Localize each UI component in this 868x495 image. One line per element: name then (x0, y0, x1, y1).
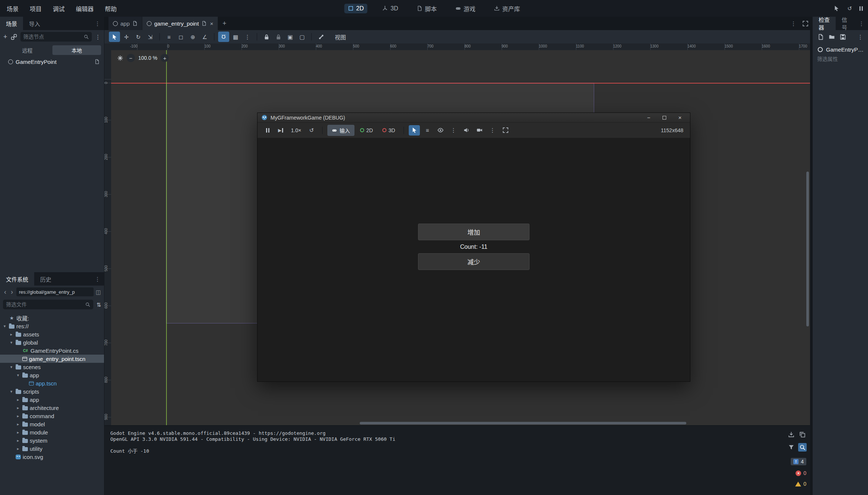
fs-tree-item[interactable]: ▸module (0, 428, 104, 436)
warnings-badge[interactable]: 0 (795, 481, 806, 487)
rotate-tool-icon[interactable]: ↻ (133, 32, 144, 42)
scene-tabs-menu-icon[interactable]: ⋮ (791, 21, 796, 26)
scene-tab-app[interactable]: app (108, 17, 142, 30)
input-mode-button[interactable]: 输入 (327, 125, 354, 136)
scene-dock-options-icon[interactable]: ⋮ (95, 34, 101, 40)
unlock-icon[interactable] (273, 32, 284, 42)
select-tool-icon[interactable] (109, 32, 120, 42)
workspace-assetlib[interactable]: 资产库 (490, 3, 524, 14)
snap-options-icon[interactable]: ⋮ (242, 32, 253, 42)
menu-project[interactable]: 项目 (30, 4, 42, 13)
inspector-tabs-menu-icon[interactable]: ⋮ (855, 21, 868, 26)
increase-button[interactable]: 增加 (418, 224, 529, 240)
pause-icon[interactable] (859, 6, 863, 11)
scale-tool-icon[interactable]: ⇲ (145, 32, 156, 42)
fs-tree-item[interactable]: game_entry_point.tscn (0, 355, 104, 363)
skeleton-options-icon[interactable] (315, 32, 327, 42)
expand-arrow[interactable]: ▸ (16, 422, 20, 427)
file-filter-input[interactable] (6, 302, 85, 307)
scene-tree-root-node[interactable]: GameEntryPoint (0, 57, 104, 66)
speed-select[interactable]: 1.0× (288, 127, 304, 133)
errors-badge[interactable]: × 0 (796, 470, 806, 476)
fs-tree-item[interactable]: app.tscn (0, 379, 104, 387)
expand-arrow[interactable]: ▾ (9, 365, 14, 369)
pause-game-icon[interactable] (262, 125, 273, 136)
selection-list-icon[interactable]: ≡ (422, 125, 433, 136)
visibility-icon[interactable] (435, 125, 446, 136)
ungroup-icon[interactable]: ▢ (297, 32, 308, 42)
tab-import-dock[interactable]: 导入 (23, 17, 46, 30)
game-window-titlebar[interactable]: MyGFrameworkGame (DEBUG) − × (258, 113, 690, 123)
property-filter-input[interactable] (817, 56, 864, 62)
pan-tool-icon[interactable]: ⊕ (187, 32, 198, 42)
remote-button[interactable]: 远程 (3, 45, 52, 55)
expand-arrow[interactable]: ▾ (9, 340, 14, 345)
path-input[interactable] (19, 289, 91, 295)
minimize-button[interactable]: − (642, 114, 655, 121)
menu-editor[interactable]: 编辑器 (76, 4, 94, 13)
scene-filter-input[interactable] (23, 34, 84, 40)
zoom-level[interactable]: 100.0 % (138, 55, 157, 61)
select-options-icon[interactable]: ⋮ (448, 125, 459, 136)
embed-fullscreen-icon[interactable] (500, 125, 511, 136)
close-tab-icon[interactable]: × (209, 20, 213, 27)
zoom-out-button[interactable]: − (127, 54, 135, 62)
camera-override-icon[interactable] (474, 125, 485, 136)
copy-output-icon[interactable] (799, 432, 806, 438)
inspector-options-icon[interactable]: ⋮ (858, 34, 863, 40)
expand-arrow[interactable]: ▸ (16, 446, 20, 451)
view-menu[interactable]: 视图 (331, 33, 350, 41)
instance-scene-icon[interactable] (11, 34, 17, 40)
expand-arrow[interactable]: ▾ (2, 324, 7, 329)
fs-tree-item[interactable]: C#GameEntryPoint.cs (0, 346, 104, 355)
expand-arrow[interactable]: ▸ (16, 438, 20, 443)
fs-tree-item[interactable]: ★收藏: (0, 314, 104, 322)
close-button[interactable]: × (674, 114, 686, 121)
select-tool-icon[interactable] (409, 125, 420, 136)
fs-tree-item[interactable]: ▸assets (0, 330, 104, 338)
group-icon[interactable]: ▣ (285, 32, 296, 42)
fs-tree-item[interactable]: ▸utility (0, 444, 104, 453)
decrease-button[interactable]: 减少 (418, 253, 529, 270)
fs-tree-item[interactable]: ▾scenes (0, 363, 104, 371)
grid-snap-icon[interactable]: ▦ (230, 32, 241, 42)
split-view-icon[interactable]: ◫ (96, 289, 101, 295)
tab-scene-dock[interactable]: 场景 (0, 17, 23, 30)
workspace-script[interactable]: 脚本 (413, 3, 440, 14)
tab-history[interactable]: 历史 (34, 272, 57, 286)
maximize-button[interactable] (658, 114, 671, 121)
move-tool-icon[interactable]: ✛ (121, 32, 132, 42)
mode-3d-button[interactable]: 3D (379, 127, 399, 133)
h-ruler[interactable]: -100010020030040050060070080090010001100… (111, 43, 810, 50)
restart-game-icon[interactable]: ↺ (306, 125, 317, 136)
fs-tree-item[interactable]: icon.svg (0, 453, 104, 461)
selection-list-icon[interactable]: ≡ (163, 32, 175, 42)
debugger-badge[interactable]: ! 4 (791, 458, 806, 465)
expand-arrow[interactable]: ▾ (9, 389, 14, 394)
back-icon[interactable]: ‹ (3, 288, 7, 296)
expand-arrow[interactable]: ▸ (16, 414, 20, 419)
tab-inspector[interactable]: 检查器 (813, 17, 836, 30)
zoom-in-button[interactable]: + (161, 54, 169, 62)
expand-arrow[interactable]: ▾ (16, 373, 20, 378)
tab-signals[interactable]: 信号 (836, 17, 855, 30)
lock-icon[interactable] (261, 32, 272, 42)
menu-debug[interactable]: 调试 (53, 4, 65, 13)
horizontal-scrollbar[interactable] (360, 422, 686, 424)
tab-filesystem[interactable]: 文件系统 (0, 272, 34, 286)
camera-options-icon[interactable]: ⋮ (487, 125, 498, 136)
v-ruler[interactable]: 0100200300400500600700800900 (104, 50, 111, 425)
audio-mute-icon[interactable] (461, 125, 472, 136)
smart-snap-icon[interactable]: Ω (218, 32, 229, 42)
next-frame-icon[interactable]: ▶ (275, 125, 286, 136)
add-node-button[interactable]: + (3, 33, 7, 40)
expand-arrow[interactable]: ▸ (9, 332, 14, 337)
expand-viewport-icon[interactable] (802, 20, 809, 27)
fs-tree-item[interactable]: ▾res:// (0, 322, 104, 330)
fs-tree-item[interactable]: ▸model (0, 420, 104, 428)
scene-dock-menu-icon[interactable]: ⋮ (91, 21, 104, 26)
forward-icon[interactable]: › (10, 288, 14, 296)
save-log-icon[interactable] (788, 432, 794, 438)
reload-icon[interactable]: ↺ (847, 6, 852, 11)
vertical-scrollbar[interactable] (806, 172, 809, 326)
